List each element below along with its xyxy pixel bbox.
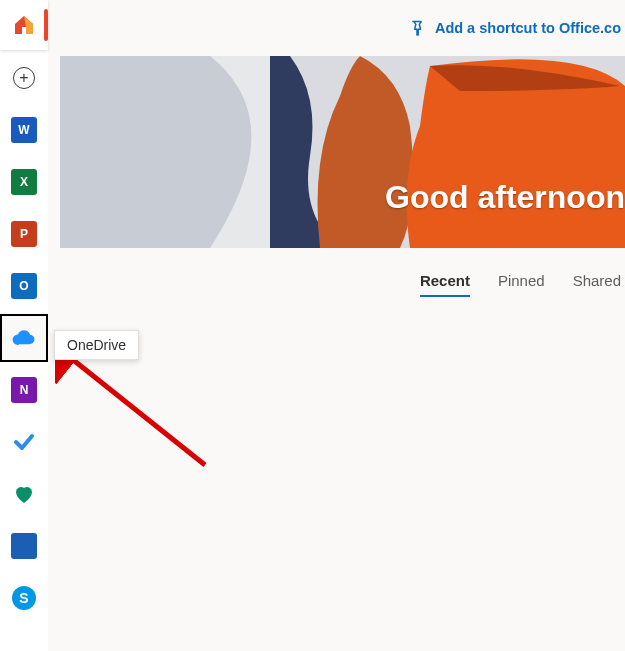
add-shortcut-link[interactable]: Add a shortcut to Office.co [407, 18, 621, 38]
onenote-icon: N [11, 377, 37, 403]
outlook-icon: O [11, 273, 37, 299]
hero-artwork [60, 56, 625, 248]
sidebar-item-excel[interactable]: X [0, 158, 48, 206]
home-icon [12, 13, 36, 37]
sidebar-item-create[interactable]: + [0, 54, 48, 102]
sidebar-item-word[interactable]: W [0, 106, 48, 154]
sidebar-item-calendar[interactable] [0, 522, 48, 570]
heart-icon [12, 482, 36, 506]
sidebar-item-family-safety[interactable] [0, 470, 48, 518]
shortcut-bar: Add a shortcut to Office.co [48, 0, 625, 56]
app-sidebar: + W X P O N S [0, 0, 48, 651]
pin-icon [403, 14, 431, 42]
sidebar-item-outlook[interactable]: O [0, 262, 48, 310]
tab-recent[interactable]: Recent [420, 272, 470, 297]
todo-check-icon [12, 430, 36, 454]
hero-greeting: Good afternoon [385, 179, 625, 216]
home-active-indicator [44, 9, 48, 41]
calendar-icon [11, 533, 37, 559]
plus-icon: + [13, 67, 35, 89]
sidebar-item-skype[interactable]: S [0, 574, 48, 622]
word-icon: W [11, 117, 37, 143]
tab-shared[interactable]: Shared [573, 272, 621, 297]
svg-line-0 [67, 355, 205, 465]
excel-icon: X [11, 169, 37, 195]
powerpoint-icon: P [11, 221, 37, 247]
onedrive-icon [10, 324, 38, 352]
file-tabs: Recent Pinned Shared [60, 272, 625, 297]
sidebar-item-powerpoint[interactable]: P [0, 210, 48, 258]
hero-banner: Good afternoon [60, 56, 625, 248]
sidebar-item-onenote[interactable]: N [0, 366, 48, 414]
sidebar-item-onedrive[interactable] [0, 314, 48, 362]
tab-pinned[interactable]: Pinned [498, 272, 545, 297]
skype-icon: S [12, 586, 36, 610]
onedrive-tooltip: OneDrive [54, 330, 139, 360]
add-shortcut-label: Add a shortcut to Office.co [435, 20, 621, 36]
sidebar-item-todo[interactable] [0, 418, 48, 466]
sidebar-item-home[interactable] [0, 0, 48, 50]
